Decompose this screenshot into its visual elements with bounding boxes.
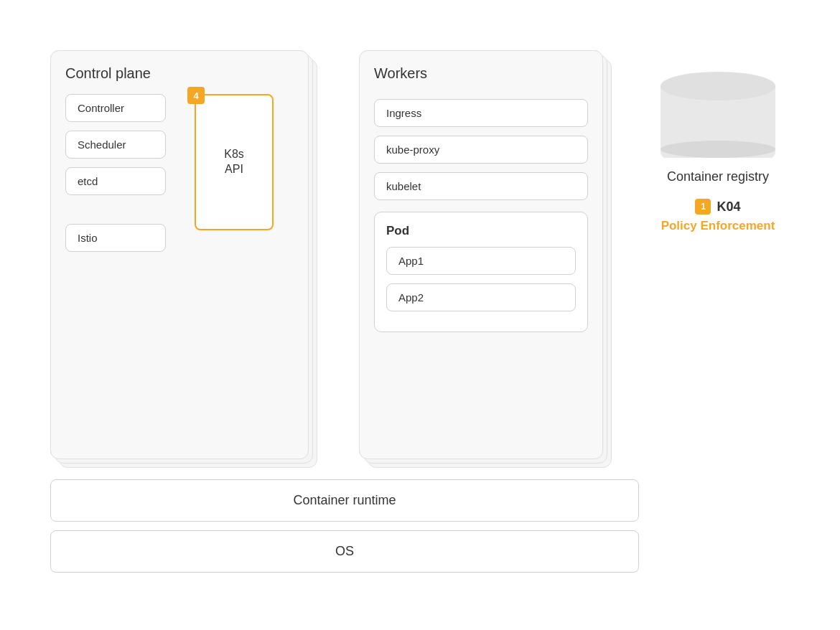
workers-title: Workers <box>374 65 588 82</box>
pod-box: Pod App1 App2 <box>374 212 588 332</box>
cp-components: Controller Scheduler etcd Istio <box>65 94 166 260</box>
cylinder-bottom <box>661 141 775 158</box>
workers-wrapper: Workers Ingress kube-proxy kubelet Pod A… <box>359 50 617 474</box>
kube-proxy-box: kube-proxy <box>374 136 588 164</box>
k04-badge: 1 <box>695 199 711 215</box>
control-plane-wrapper: Control plane Controller Scheduler etcd … <box>50 50 323 474</box>
registry-label: Container registry <box>667 169 769 184</box>
workers-panel: Workers Ingress kube-proxy kubelet Pod A… <box>359 50 603 459</box>
k04-label: K04 <box>717 199 740 215</box>
ingress-box: Ingress <box>374 99 588 127</box>
istio-box: Istio <box>65 224 166 252</box>
etcd-box: etcd <box>65 167 166 195</box>
policy-enforcement-label: Policy Enforcement <box>661 219 775 233</box>
app1-box: App1 <box>386 247 576 275</box>
control-plane-title: Control plane <box>65 65 294 82</box>
k8s-api-label: K8sAPI <box>224 147 244 177</box>
cylinder-top <box>661 72 775 100</box>
kubelet-box: kubelet <box>374 172 588 200</box>
diagram-container: Control plane Controller Scheduler etcd … <box>36 36 804 596</box>
os-bar: OS <box>50 530 639 573</box>
k8s-api-box: 4 K8sAPI <box>195 94 274 230</box>
container-runtime-bar: Container runtime <box>50 479 639 522</box>
scheduler-box: Scheduler <box>65 131 166 159</box>
k8s-api-badge: 4 <box>187 87 205 104</box>
app2-box: App2 <box>386 283 576 311</box>
registry-section: Container registry 1 K04 Policy Enforcem… <box>646 72 790 233</box>
control-plane-panel: Control plane Controller Scheduler etcd … <box>50 50 309 459</box>
k04-section: 1 K04 <box>695 199 740 215</box>
controller-box: Controller <box>65 94 166 122</box>
bottom-bars: Container runtime OS <box>50 479 639 581</box>
pod-title: Pod <box>386 224 576 238</box>
registry-cylinder <box>661 72 775 158</box>
